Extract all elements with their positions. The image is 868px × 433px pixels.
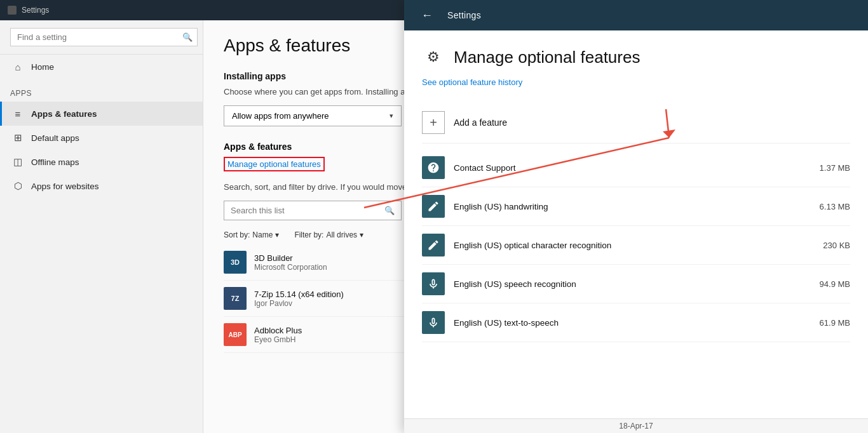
feature-icon-en-ocr bbox=[422, 234, 445, 256]
sidebar-item-label: Offline maps bbox=[31, 157, 79, 167]
search-icon: 🔍 bbox=[182, 32, 193, 42]
app-name: Adblock Plus bbox=[254, 326, 302, 335]
overlay-header-title: Settings bbox=[447, 10, 481, 20]
timestamp-bar: 18-Apr-17 bbox=[404, 418, 868, 433]
feature-icon-en-handwriting bbox=[422, 195, 445, 218]
feature-name: Contact Support bbox=[454, 163, 790, 173]
search-input[interactable] bbox=[10, 28, 198, 46]
default-apps-icon: ⊞ bbox=[12, 132, 24, 143]
back-button[interactable]: ← bbox=[417, 5, 437, 25]
sidebar-item-default-apps[interactable]: ⊞ Default apps bbox=[0, 126, 203, 150]
feature-name: English (US) optical character recogniti… bbox=[454, 241, 790, 250]
apps-source-dropdown[interactable]: Allow apps from anywhere ▾ bbox=[224, 105, 402, 126]
feature-name: English (US) handwriting bbox=[454, 202, 790, 211]
sidebar-item-apps-websites[interactable]: ⬡ Apps for websites bbox=[0, 174, 203, 198]
feature-size: 94.9 MB bbox=[799, 279, 850, 289]
sort-value: Name bbox=[252, 230, 273, 239]
feature-size: 61.9 MB bbox=[799, 318, 850, 328]
sidebar-item-apps-features[interactable]: ≡ Apps & features bbox=[0, 102, 203, 126]
sidebar-item-home[interactable]: ⌂ Home bbox=[0, 55, 203, 79]
timestamp: 18-Apr-17 bbox=[619, 422, 653, 430]
sort-label: Sort by: bbox=[224, 230, 250, 239]
filter-chevron-icon: ▾ bbox=[360, 230, 363, 239]
search-apps-input[interactable] bbox=[224, 201, 378, 220]
sidebar: 🔍 ⌂ Home Apps ≡ Apps & features ⊞ Defaul… bbox=[0, 20, 203, 433]
sidebar-item-label: Apps for websites bbox=[31, 182, 99, 191]
feature-item-en-speech[interactable]: English (US) speech recognition 94.9 MB bbox=[422, 265, 850, 303]
app-publisher: Igor Pavlov bbox=[254, 299, 344, 308]
apps-websites-icon: ⬡ bbox=[12, 180, 24, 192]
sidebar-item-label: Default apps bbox=[31, 133, 79, 143]
titlebar-title: Settings bbox=[22, 6, 49, 15]
add-feature-label: Add a feature bbox=[454, 117, 507, 128]
app-icon bbox=[8, 6, 17, 15]
app-info-adblock: Adblock Plus Eyeo GmbH bbox=[254, 326, 302, 344]
filter-by-control[interactable]: Filter by: All drives ▾ bbox=[294, 230, 363, 239]
offline-maps-icon: ◫ bbox=[12, 156, 24, 168]
apps-features-icon: ≡ bbox=[12, 108, 24, 119]
feature-size: 6.13 MB bbox=[799, 202, 850, 211]
sidebar-search-container: 🔍 bbox=[0, 20, 203, 55]
feature-size: 230 KB bbox=[799, 241, 850, 250]
sort-chevron-icon: ▾ bbox=[275, 230, 279, 239]
feature-item-en-tts[interactable]: English (US) text-to-speech 61.9 MB bbox=[422, 303, 850, 342]
app-publisher: Eyeo GmbH bbox=[254, 335, 302, 344]
feature-icon-en-tts bbox=[422, 311, 445, 334]
sort-by-control[interactable]: Sort by: Name ▾ bbox=[224, 230, 279, 239]
search-apps-icon[interactable]: 🔍 bbox=[378, 201, 401, 220]
app-info-3d-builder: 3D Builder Microsoft Corporation bbox=[254, 253, 327, 272]
app-icon-adblock: ABP bbox=[224, 323, 247, 346]
feature-list: Contact Support 1.37 MB English (US) han… bbox=[422, 149, 850, 342]
app-info-7zip: 7-Zip 15.14 (x64 edition) Igor Pavlov bbox=[254, 290, 344, 308]
feature-icon-en-speech bbox=[422, 272, 445, 295]
optional-history-link[interactable]: See optional feature history bbox=[422, 77, 522, 87]
settings-overlay: ← Settings ⚙ Manage optional features Se… bbox=[404, 0, 868, 433]
overlay-page-title-text: Manage optional features bbox=[454, 48, 640, 67]
settings-gear-icon: ⚙ bbox=[422, 46, 445, 69]
add-icon: + bbox=[422, 111, 445, 134]
sidebar-section-apps: Apps bbox=[0, 79, 203, 102]
app-name: 7-Zip 15.14 (x64 edition) bbox=[254, 290, 344, 299]
app-name: 3D Builder bbox=[254, 253, 327, 263]
app-publisher: Microsoft Corporation bbox=[254, 263, 327, 272]
feature-item-contact-support[interactable]: Contact Support 1.37 MB bbox=[422, 149, 850, 187]
overlay-page-title-container: ⚙ Manage optional features bbox=[422, 46, 850, 69]
home-icon: ⌂ bbox=[12, 61, 24, 72]
sidebar-item-offline-maps[interactable]: ◫ Offline maps bbox=[0, 150, 203, 174]
overlay-body: ⚙ Manage optional features See optional … bbox=[404, 30, 868, 433]
chevron-down-icon: ▾ bbox=[390, 112, 393, 120]
add-feature-button[interactable]: + Add a feature bbox=[422, 102, 850, 143]
feature-item-en-handwriting[interactable]: English (US) handwriting 6.13 MB bbox=[422, 187, 850, 226]
feature-item-en-ocr[interactable]: English (US) optical character recogniti… bbox=[422, 226, 850, 265]
filter-value: All drives bbox=[326, 230, 357, 239]
manage-optional-features-link[interactable]: Manage optional features bbox=[224, 157, 325, 171]
feature-name: English (US) text-to-speech bbox=[454, 318, 790, 328]
dropdown-value: Allow apps from anywhere bbox=[232, 111, 329, 121]
overlay-header: ← Settings bbox=[404, 0, 868, 30]
app-icon-7zip: 7Z bbox=[224, 287, 247, 310]
feature-icon-contact-support bbox=[422, 156, 445, 179]
sidebar-item-label: Home bbox=[31, 62, 54, 72]
feature-name: English (US) speech recognition bbox=[454, 279, 790, 289]
feature-size: 1.37 MB bbox=[799, 163, 850, 173]
app-icon-3d-builder: 3D bbox=[224, 251, 247, 274]
filter-label: Filter by: bbox=[294, 230, 323, 239]
search-apps-container: 🔍 bbox=[224, 201, 402, 220]
sidebar-item-label: Apps & features bbox=[31, 109, 97, 119]
